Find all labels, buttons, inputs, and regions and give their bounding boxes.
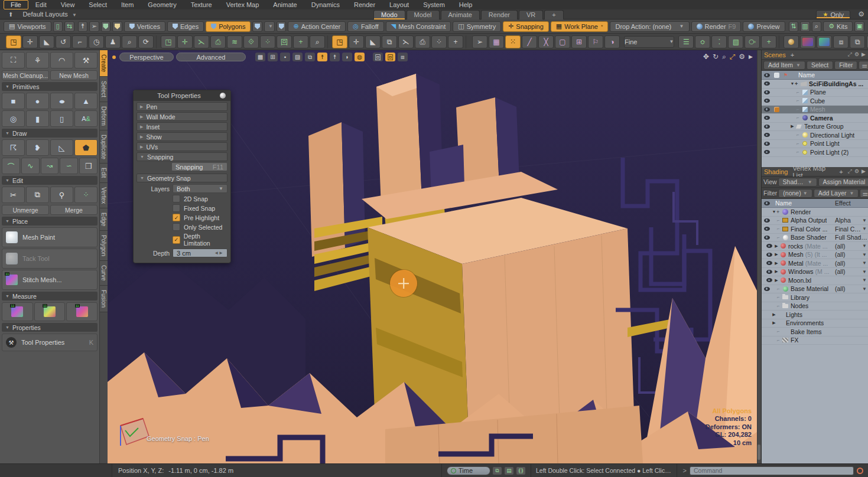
snap-swirl-icon[interactable]: ⚐ (588, 35, 603, 48)
effect-dropdown[interactable]: (all)▼ (835, 243, 868, 250)
preview-button[interactable]: Preview (743, 21, 785, 32)
draw-section-header[interactable]: ▼Draw (2, 129, 97, 138)
expander-icon[interactable]: ▶ (774, 269, 779, 274)
mode-vertices-button[interactable]: Vertices (124, 21, 165, 32)
pin-icon[interactable]: ⬆ (8, 11, 13, 18)
sphere-primitive-icon[interactable]: ● (26, 93, 49, 109)
scene-item-cube[interactable]: ⌐Cube (762, 97, 868, 106)
render-button[interactable]: Render F9 (691, 21, 742, 32)
workspace-tab-modo[interactable]: Modo (373, 10, 405, 19)
eye-icon[interactable] (766, 244, 772, 248)
vertical-tab-polygon[interactable]: Polygon (100, 231, 108, 261)
add-layers-icon[interactable]: ≋ (227, 35, 242, 48)
time-button[interactable]: Time (447, 466, 490, 475)
work-plane-button[interactable]: ▦ Work Plane* (551, 21, 609, 32)
bezier-curve-icon[interactable]: ↝ (41, 158, 59, 174)
drop-action-dropdown[interactable]: Drop Action: (none)▼ (610, 21, 689, 32)
snapping-toggle-button[interactable]: Snapping F11 (171, 162, 227, 171)
geometry-snap-section-header[interactable]: ▼Geometry Snap (136, 174, 227, 182)
checker-display-icon[interactable]: ▩ (255, 53, 265, 61)
new-mesh-button[interactable]: New Mesh (50, 70, 97, 80)
default-layouts-dropdown[interactable]: Default Layouts ▼ (22, 11, 76, 18)
vertical-tab-select[interactable]: Select (100, 77, 108, 102)
snap-cursor-icon[interactable]: ➢ (472, 35, 487, 48)
expander-icon[interactable]: ▶ (774, 252, 779, 257)
eye-icon[interactable] (764, 90, 770, 94)
vertical-tab-edit[interactable]: Edit (100, 164, 108, 182)
split-view-button[interactable]: ▯ (53, 21, 63, 32)
shading-item-mesh[interactable]: ▶Mesh(5) (It ...(all)▼ (762, 251, 868, 260)
spiral-tool-icon[interactable]: ☈ (2, 139, 25, 156)
vertical-tab-vertex[interactable]: Vertex (100, 183, 108, 208)
scissors-tool-icon[interactable]: ✂ (2, 187, 25, 203)
torus-primitive-icon[interactable]: ◎ (2, 110, 25, 127)
search-icon[interactable]: ⌕ (812, 21, 822, 32)
snap-precision-dropdown[interactable]: Fine▼ (624, 36, 674, 48)
scene-item-point-light[interactable]: ⌐Point Light (762, 140, 868, 149)
stitch-mesh-tool[interactable]: 11 Stitch Mesh... (2, 270, 97, 290)
only-toggle[interactable]: ★ Only (816, 10, 850, 19)
swap-view-button[interactable]: ⇆ (64, 21, 74, 32)
effect-dropdown[interactable]: ▼ (835, 277, 868, 283)
menu-item[interactable]: Item (114, 0, 141, 9)
scene-item-camera[interactable]: ⌐Camera (762, 114, 868, 123)
eye-icon[interactable] (764, 81, 770, 86)
viewport-gear-icon[interactable]: ⚙ (739, 53, 745, 61)
scene-item-plane[interactable]: ⌐Plane (762, 89, 868, 97)
dup-sel-icon[interactable]: ⁘ (431, 35, 447, 48)
group-icon[interactable]: 回 (277, 35, 292, 48)
command-input[interactable] (690, 466, 854, 475)
menu-vertex-map[interactable]: Vertex Map (219, 0, 266, 9)
menu-help[interactable]: Help (452, 0, 480, 9)
eye-icon[interactable] (766, 278, 772, 282)
expander-icon[interactable]: ▶ (774, 261, 779, 266)
stack-icon[interactable]: ≎ (695, 35, 710, 48)
mode-edges-button[interactable]: Edges (167, 21, 204, 32)
section-show[interactable]: ▶Show (136, 132, 227, 141)
workspace-tab-vr[interactable]: VR (519, 10, 543, 19)
menu-view[interactable]: View (54, 0, 82, 9)
viewports-button[interactable]: ▤ Viewports (4, 21, 51, 32)
shading-name-column-header[interactable]: Name (775, 200, 835, 207)
shading-item-fx[interactable]: ⌐FX (762, 336, 868, 345)
expander-icon[interactable]: ▼ (790, 81, 795, 86)
section-wall-mode[interactable]: ▶Wall Mode (136, 112, 227, 121)
gear-icon[interactable]: ⚙ (858, 10, 864, 18)
expander-icon[interactable]: ▼ (772, 210, 776, 214)
effect-dropdown[interactable]: (all)▼ (835, 285, 868, 292)
layers-mini-icon[interactable]: ⧉ (492, 466, 502, 475)
snap-line-icon[interactable]: ╱ (522, 35, 537, 48)
workspace-tab-animate[interactable]: Animate (441, 10, 480, 19)
sliders-icon[interactable]: ⇅ (789, 21, 799, 32)
shading-item-environments[interactable]: ▶Environments (762, 319, 868, 328)
dup-tool-icon[interactable]: ⋋ (398, 35, 414, 48)
select-button[interactable]: Select (807, 61, 833, 70)
viewport-scrollbar[interactable] (757, 50, 761, 463)
scene-item-directional-light[interactable]: ⌐Directional Light (762, 131, 868, 140)
mesh-ops-icon-4[interactable]: ⚒ (74, 52, 97, 68)
eye-icon[interactable] (766, 270, 772, 274)
expander-icon[interactable]: ▶ (772, 321, 776, 325)
snapping-button[interactable]: ✛ Snapping (503, 21, 549, 32)
eye-icon[interactable] (764, 116, 770, 120)
columns-icon[interactable]: ▥ (800, 21, 810, 32)
primitives-section-header[interactable]: ▼Primitives (2, 82, 97, 91)
eye-icon[interactable] (764, 107, 770, 112)
shading-item-base-shader[interactable]: ⌐Base ShaderFull Shadi ... (762, 234, 868, 243)
add-item-button[interactable]: Add Item▼ (763, 61, 805, 70)
dup-cube-icon[interactable]: ◳ (332, 35, 347, 48)
tab-shading[interactable]: Shading (764, 168, 788, 175)
vertical-tab-fusion[interactable]: Fusion (100, 286, 108, 312)
shading-item-base-material[interactable]: ⌐Base Material(all)▼ (762, 285, 868, 294)
snapping-section-header[interactable]: ▼Snapping (136, 152, 227, 161)
sketch-curve-icon[interactable]: ∿ (21, 158, 40, 174)
frame-icon[interactable]: 回 (373, 53, 383, 61)
ellipsoid-primitive-icon[interactable]: ● (50, 93, 73, 109)
shading-item-metal[interactable]: ▶Metal(Mate ...(all)▼ (762, 259, 868, 268)
mesh-cleanup-button[interactable]: Mesh Cleanup... (2, 70, 49, 80)
shading-item-library[interactable]: ⌐Library (762, 293, 868, 302)
screen-icon[interactable]: ▣ (854, 21, 864, 32)
effect-dropdown[interactable]: (all)▼ (835, 268, 868, 275)
scenes-more-icon[interactable]: ▶ (862, 51, 866, 58)
dup-camera-icon[interactable]: ⎙ (415, 35, 430, 48)
